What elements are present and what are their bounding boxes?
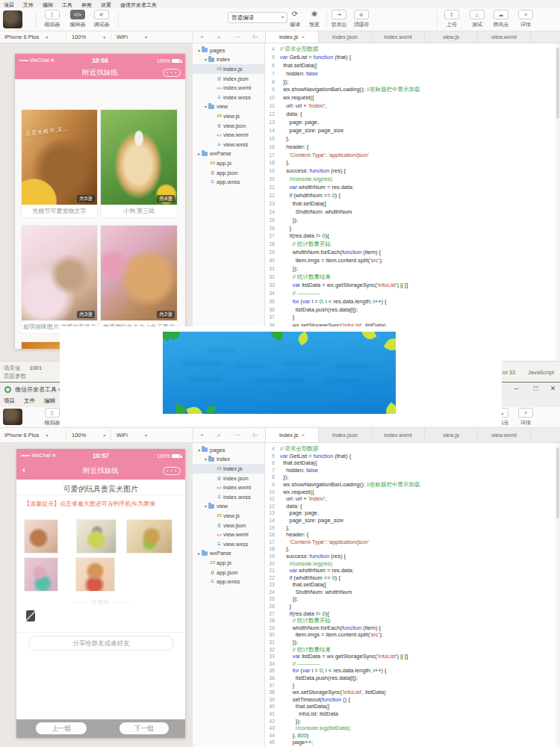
more-icon[interactable]: ⋯: [234, 432, 240, 438]
code-line-29[interactable]: 29 whdthNum.forEach(function (item) {: [265, 249, 560, 257]
code-line-23[interactable]: 23 that.setData({: [265, 581, 560, 589]
photo-thumbnail-4[interactable]: [76, 558, 114, 591]
code-line-21[interactable]: 21 var whdthNum = res.data;: [265, 567, 560, 574]
code-line-40[interactable]: 40 that.setData({: [265, 703, 560, 710]
code-line-12[interactable]: 12 data: {: [265, 503, 560, 510]
tab-index.wxml[interactable]: index.wxml: [372, 31, 425, 43]
menu-item-6[interactable]: 微信开发者工具: [120, 1, 157, 8]
code-line-36[interactable]: 36 listData.push(res.data[i]);: [265, 675, 560, 682]
tree-item-index.wxml[interactable]: <>index.wxml: [193, 83, 264, 93]
code-line-11[interactable]: 11 url: url + 'index/',: [265, 102, 560, 111]
editor-button[interactable]: </> 编辑器: [66, 10, 89, 28]
code-editor[interactable]: 4// 请求全部数据5var GetList = function (that)…: [265, 43, 560, 361]
add-file-icon[interactable]: +: [200, 34, 204, 40]
code-line-22[interactable]: 22 if (whdthNum == 0) {: [265, 574, 560, 582]
maximize-button[interactable]: □: [530, 384, 541, 394]
menu-item-2[interactable]: 编辑: [43, 1, 53, 8]
code-line-42[interactable]: 42 });: [265, 718, 560, 725]
code-line-8[interactable]: 8 });: [265, 78, 560, 87]
tree-item-view[interactable]: ▾view: [193, 502, 264, 512]
code-line-15[interactable]: 15 },: [265, 135, 560, 143]
tree-item-wxParse[interactable]: ▸wxParse: [193, 149, 264, 159]
share-button[interactable]: 分享给群友或者好友: [28, 636, 174, 651]
tree-item-view.wxml[interactable]: <>view.wxml: [193, 130, 264, 140]
collapse-icon[interactable]: ⊢: [253, 432, 258, 438]
code-line-22[interactable]: 22 if (whdthNum == 0) {: [265, 192, 560, 200]
code-line-16[interactable]: 16 header: {: [265, 531, 560, 539]
code-line-17[interactable]: 17 'Content-Type': 'application/json': [265, 152, 560, 160]
tree-item-index.js[interactable]: JSindex.js: [193, 464, 264, 474]
code-line-25[interactable]: 25 });: [265, 217, 560, 225]
code-line-29[interactable]: 29 whdthNum.forEach(function (item) {: [265, 624, 560, 632]
clear-cache-button[interactable]: ⊜ 清缓存: [352, 10, 371, 28]
tab-view.js[interactable]: view.js: [425, 31, 478, 43]
code-line-10[interactable]: 10 wx.request({: [265, 94, 560, 102]
menu-item-2[interactable]: 编辑: [44, 397, 55, 407]
scrollbar[interactable]: [556, 43, 560, 361]
code-line-14[interactable]: 14 page_size: page_size: [265, 127, 560, 135]
tree-item-index.wxml[interactable]: <>index.wxml: [193, 483, 264, 492]
code-line-4[interactable]: 4// 请求全部数据: [265, 46, 560, 54]
code-line-15[interactable]: 15 },: [265, 524, 560, 532]
code-line-11[interactable]: 11 url: url + 'index/',: [265, 495, 560, 503]
code-line-30[interactable]: 30 item.imgs = item.content.split('src')…: [265, 257, 560, 265]
photo-thumbnail-2[interactable]: [127, 520, 172, 553]
code-line-41[interactable]: 41 infoList: listData: [265, 710, 560, 718]
code-line-38[interactable]: 38 wx.setStorageSync('infoList', listDat…: [265, 689, 560, 696]
close-window-button[interactable]: ✕: [547, 384, 559, 394]
tree-item-pages[interactable]: ▾pages: [193, 46, 264, 55]
close-icon[interactable]: ×: [301, 34, 305, 40]
tencent-cloud-button[interactable]: ☁ 腾讯云: [490, 10, 512, 28]
tab-view.wxml[interactable]: view.wxml: [478, 31, 531, 43]
tree-item-view.wxss[interactable]: ≡view.wxss: [193, 140, 264, 149]
prev-group-button[interactable]: 上一组: [36, 722, 87, 734]
code-line-35[interactable]: 35 for (var i = 0; i < res.data.length; …: [265, 298, 560, 306]
upload-button[interactable]: ↥ 上传: [442, 10, 461, 28]
code-line-45[interactable]: 45 page++;: [265, 739, 560, 746]
code-line-27[interactable]: 27 if(res.data != 0){: [265, 232, 560, 241]
code-line-34[interactable]: 34 // ------------: [265, 660, 560, 668]
tree-item-app.js[interactable]: JSapp.js: [193, 158, 264, 168]
code-line-27[interactable]: 27 if(res.data != 0){: [265, 610, 560, 618]
tree-item-app.wxss[interactable]: ≡app.wxss: [193, 577, 264, 586]
menu-item-4[interactable]: 界面: [81, 1, 92, 8]
tree-item-wxParse[interactable]: ▸wxParse: [193, 549, 264, 559]
minimize-button[interactable]: –: [511, 384, 522, 394]
tab-view.wxml[interactable]: view.wxml: [478, 428, 531, 442]
album-card-1[interactable]: 共4张小狗 第三辑: [101, 110, 177, 217]
code-line-44[interactable]: 44 }, 800): [265, 732, 560, 740]
more-icon[interactable]: ⋯: [234, 34, 240, 40]
photo-thumbnail-1[interactable]: [77, 520, 116, 553]
tree-item-view.json[interactable]: {}view.json: [193, 521, 264, 530]
tab-index.js[interactable]: index.js×: [266, 428, 319, 442]
code-line-8[interactable]: 8 });: [265, 474, 560, 481]
code-line-19[interactable]: 19 success: function (res) {: [265, 167, 560, 176]
tree-item-app.json[interactable]: {}app.json: [193, 568, 264, 577]
code-line-35[interactable]: 35 for (var i = 0; i < res.data.length; …: [265, 667, 560, 675]
photo-thumbnail-3[interactable]: [25, 558, 57, 591]
tree-item-index.js[interactable]: JSindex.js: [193, 64, 264, 74]
album-cover-image[interactable]: 共4张: [101, 110, 177, 205]
add-file-icon[interactable]: +: [200, 432, 204, 438]
code-line-4[interactable]: 4// 请求全部数据: [265, 445, 560, 453]
code-line-21[interactable]: 21 var whdthNum = res.data;: [265, 184, 560, 192]
close-icon[interactable]: ×: [301, 432, 305, 438]
back-chevron-icon[interactable]: ‹: [22, 462, 25, 478]
code-line-24[interactable]: 24 ShdthNum: whdthNum: [265, 208, 560, 217]
album-card-2[interactable]: 共3张超萌猫咪图片 温暖的苏格兰折…: [22, 226, 97, 333]
scrollbar[interactable]: [556, 443, 560, 747]
tree-item-app.json[interactable]: {}app.json: [193, 168, 264, 178]
code-line-17[interactable]: 17 'Content-Type': 'application/json': [265, 539, 560, 546]
code-line-9[interactable]: 9 wx.showNavigationBarLoading(); //在标题栏中…: [265, 86, 560, 94]
code-line-43[interactable]: 43 //console.log(listData);: [265, 725, 560, 732]
test-button[interactable]: △ 测试: [467, 10, 487, 28]
simulator-button[interactable]: ▯ 模拟器: [41, 10, 63, 28]
code-line-39[interactable]: 39 setTimeout(function () {: [265, 696, 560, 704]
tab-view.js[interactable]: view.js: [425, 428, 478, 442]
code-line-24[interactable]: 24 ShdthNum: whdthNum: [265, 589, 560, 596]
tab-index.wxml[interactable]: index.wxml: [372, 428, 425, 442]
zoom-select[interactable]: 100% ▾: [72, 31, 105, 43]
device-select[interactable]: iPhone 6 Plus ▾: [4, 428, 48, 442]
tree-item-view.wxss[interactable]: ≡view.wxss: [193, 539, 264, 549]
search-icon[interactable]: ⌕: [217, 432, 220, 439]
